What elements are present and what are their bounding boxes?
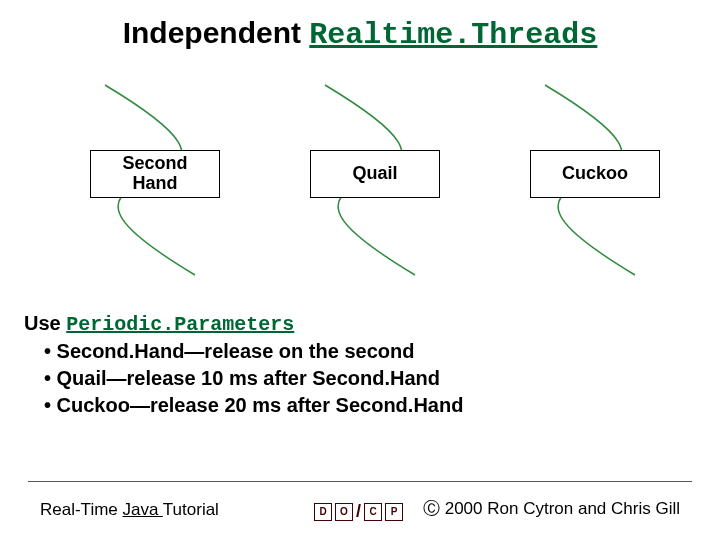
footer-right: Ⓒ 2000 Ron Cytron and Chris Gill (423, 497, 680, 520)
thread-box: Second Hand (90, 150, 220, 198)
slide: Independent Realtime.Threads Second Hand… (0, 0, 720, 540)
thread-box: Cuckoo (530, 150, 660, 198)
slide-title: Independent Realtime.Threads (0, 16, 720, 52)
footer-left: Real-Time Java Tutorial (40, 500, 219, 520)
body-text: Use Periodic.Parameters Second.Hand—rele… (24, 310, 696, 419)
title-text: Independent (123, 16, 310, 49)
doc-logo-icon: D O / C P (314, 501, 403, 522)
logo-letter: P (385, 503, 403, 521)
divider (28, 481, 692, 482)
thread-diagram: Second Hand Quail Cuckoo (0, 80, 720, 290)
thread-secondhand: Second Hand (50, 80, 250, 280)
logo-letter: D (314, 503, 332, 521)
lead-line: Use Periodic.Parameters (24, 310, 696, 338)
logo-letter: O (335, 503, 353, 521)
thread-cuckoo: Cuckoo (490, 80, 690, 280)
thread-quail: Quail (270, 80, 470, 280)
bullet-list: Second.Hand—release on the second Quail—… (24, 338, 696, 419)
list-item: Cuckoo—release 20 ms after Second.Hand (44, 392, 696, 419)
logo-letter: C (364, 503, 382, 521)
lead-pre: Use (24, 312, 66, 334)
title-code: Realtime.Threads (309, 18, 597, 52)
list-item: Quail—release 10 ms after Second.Hand (44, 365, 696, 392)
thread-label: Quail (352, 164, 397, 184)
list-item: Second.Hand—release on the second (44, 338, 696, 365)
footer-left-post: Tutorial (163, 500, 219, 519)
footer-left-underline: Java (123, 500, 163, 519)
footer: Real-Time Java Tutorial D O / C P Ⓒ 2000… (0, 490, 720, 520)
lead-code: Periodic.Parameters (66, 313, 294, 336)
thread-box: Quail (310, 150, 440, 198)
footer-left-pre: Real-Time (40, 500, 123, 519)
thread-label: Second Hand (122, 154, 187, 194)
thread-label: Cuckoo (562, 164, 628, 184)
logo-slash-icon: / (356, 501, 361, 522)
